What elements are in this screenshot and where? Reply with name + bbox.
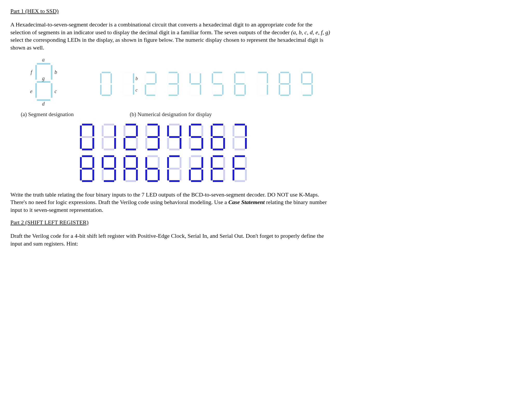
segment-a bbox=[37, 63, 50, 65]
hex-row-0 bbox=[78, 123, 332, 151]
task-bold: Case Statement bbox=[228, 199, 265, 205]
hex-digit-3 bbox=[143, 123, 162, 151]
hex-digit-5 bbox=[187, 123, 206, 151]
segment-designation-diagram: a b c d e f g bbox=[21, 59, 67, 109]
label-a: a bbox=[42, 57, 45, 63]
part1-task: Write the truth table relating the four … bbox=[10, 191, 332, 214]
intro-text-2: select the corresponding LEDs in the dis… bbox=[10, 37, 323, 51]
intro-text-1: A Hexadecimal-to-seven-segment decoder i… bbox=[10, 21, 312, 36]
digit-2 bbox=[143, 71, 158, 97]
label-d: d bbox=[42, 101, 45, 107]
digit-9 bbox=[299, 71, 315, 97]
hex-digit-4 bbox=[165, 123, 184, 151]
digit-3 bbox=[166, 71, 181, 97]
part1-heading: Part 1 (HEX to SSD) bbox=[10, 8, 332, 15]
hex-row-1 bbox=[78, 155, 332, 183]
digit-5 bbox=[210, 71, 225, 97]
digit-6 bbox=[233, 71, 248, 97]
digit-8 bbox=[277, 71, 292, 97]
digit-0 bbox=[99, 71, 114, 97]
hex-digit-2 bbox=[121, 123, 140, 151]
hex-digit-8 bbox=[78, 155, 97, 183]
part2-body: Draft the Verilog code for a 4-bit shift… bbox=[10, 232, 332, 247]
extra-label-c: c bbox=[135, 87, 138, 93]
part2-heading: Part 2 (SHIFT LEFT REGISTER) bbox=[10, 219, 332, 226]
hex-digit-1 bbox=[100, 123, 118, 151]
label-b: b bbox=[55, 69, 57, 75]
hex-digit-15 bbox=[230, 155, 249, 183]
figure-row: a b c d e f g bc bbox=[21, 59, 332, 109]
caption-a: (a) Segment designation bbox=[21, 111, 99, 118]
hex-digit-6 bbox=[209, 123, 227, 151]
segment-e bbox=[35, 83, 37, 98]
digit-7 bbox=[255, 71, 270, 97]
extra-label-b: b bbox=[135, 76, 138, 81]
numeric-display-row: bc bbox=[99, 71, 315, 97]
hex-digit-grid bbox=[78, 123, 332, 183]
label-f: f bbox=[31, 69, 32, 75]
label-g: g bbox=[42, 75, 45, 81]
hex-digit-12 bbox=[165, 155, 184, 183]
hex-digit-11 bbox=[143, 155, 162, 183]
intro-italic: (a, b, c, d, e, f, g) bbox=[291, 29, 330, 36]
label-c: c bbox=[55, 88, 57, 94]
segment-f bbox=[35, 65, 37, 80]
caption-b: (b) Numerical designation for display bbox=[130, 111, 212, 118]
segment-b bbox=[51, 65, 52, 80]
hex-digit-7 bbox=[230, 123, 249, 151]
hex-digit-14 bbox=[209, 155, 227, 183]
hex-digit-10 bbox=[121, 155, 140, 183]
hex-digit-13 bbox=[187, 155, 206, 183]
part1-intro: A Hexadecimal-to-seven-segment decoder i… bbox=[10, 21, 332, 52]
segment-c bbox=[51, 83, 52, 98]
digit-4 bbox=[188, 71, 203, 97]
caption-row: (a) Segment designation (b) Numerical de… bbox=[21, 111, 332, 118]
label-e: e bbox=[30, 88, 32, 94]
digit-1: bc bbox=[121, 71, 136, 97]
hex-digit-9 bbox=[100, 155, 118, 183]
hex-digit-0 bbox=[78, 123, 97, 151]
